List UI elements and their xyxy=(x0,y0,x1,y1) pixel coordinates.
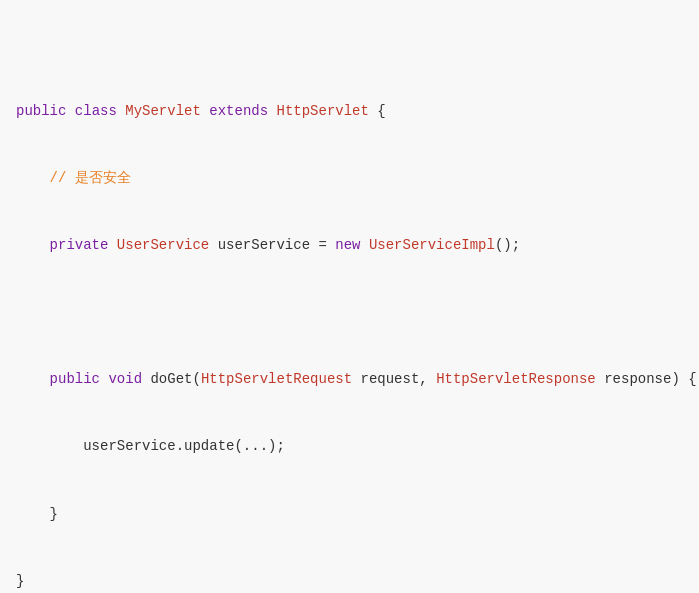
line-3: private UserService userService = new Us… xyxy=(16,234,683,256)
code-block: public class MyServlet extends HttpServl… xyxy=(16,10,683,593)
code-container: public class MyServlet extends HttpServl… xyxy=(0,0,699,593)
line-2: // 是否安全 xyxy=(16,167,683,189)
line-7: } xyxy=(16,503,683,525)
line-4 xyxy=(16,301,683,323)
line-6: userService.update(...); xyxy=(16,435,683,457)
line-5: public void doGet(HttpServletRequest req… xyxy=(16,368,683,390)
line-1: public class MyServlet extends HttpServl… xyxy=(16,100,683,122)
line-8: } xyxy=(16,570,683,592)
